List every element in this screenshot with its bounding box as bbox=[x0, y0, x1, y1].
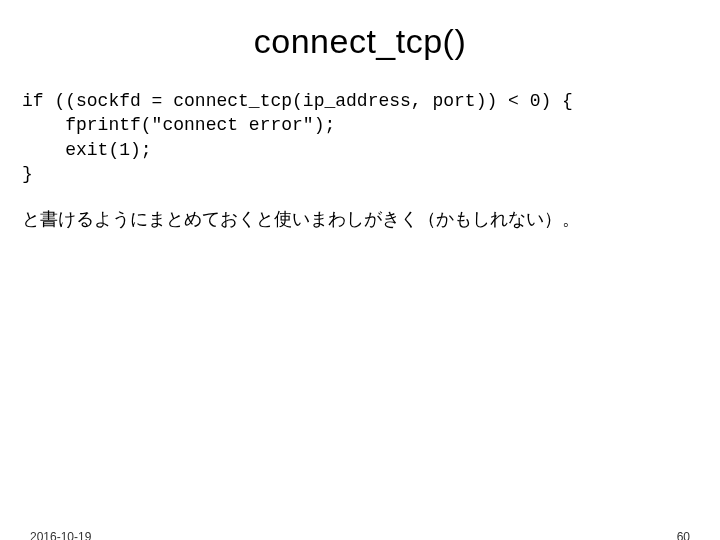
code-line-4: } bbox=[22, 164, 33, 184]
slide: connect_tcp() if ((sockfd = connect_tcp(… bbox=[0, 22, 720, 540]
slide-title: connect_tcp() bbox=[0, 22, 720, 61]
footer-date: 2016-10-19 bbox=[30, 530, 91, 540]
code-line-3: exit(1); bbox=[22, 140, 152, 160]
body-text: と書けるようにまとめておくと使いまわしがきく（かもしれない）。 bbox=[22, 206, 698, 233]
footer-page-number: 60 bbox=[677, 530, 690, 540]
code-block: if ((sockfd = connect_tcp(ip_address, po… bbox=[22, 89, 698, 186]
code-line-1: if ((sockfd = connect_tcp(ip_address, po… bbox=[22, 91, 573, 111]
code-line-2: fprintf("connect error"); bbox=[22, 115, 335, 135]
